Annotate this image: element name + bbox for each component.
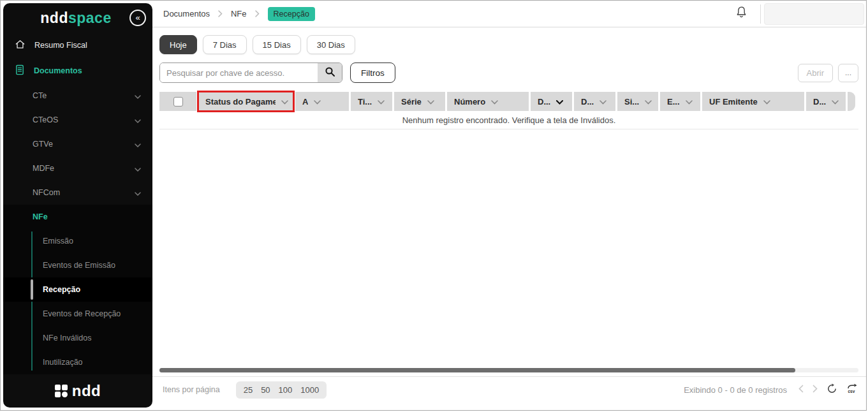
sort-chevron-icon <box>427 96 434 107</box>
search-input[interactable] <box>160 63 318 82</box>
page-size-100[interactable]: 100 <box>279 385 293 395</box>
sidebar-item-label: Emissão <box>43 237 73 246</box>
sort-chevron-icon <box>832 96 839 107</box>
column-label: Ti... <box>358 97 372 107</box>
date-filter-30-dias[interactable]: 30 Dias <box>307 35 355 54</box>
column-label: E... <box>667 97 680 107</box>
sidebar-nav: Resumo Fiscal Documentos CTe CTeOS GTVe <box>3 33 152 374</box>
column-label: Número <box>454 97 485 107</box>
search-row: Filtros Abrir ... <box>159 63 858 83</box>
date-filter-hoje[interactable]: Hoje <box>159 35 197 54</box>
sort-chevron-icon <box>491 96 498 107</box>
page-size-25[interactable]: 25 <box>244 385 253 395</box>
column-situacao[interactable]: Si... <box>617 92 658 111</box>
sidebar-group-label: CTe <box>33 91 47 100</box>
ellipsis-icon: ... <box>845 68 851 77</box>
nddspace-logo: nddspace <box>40 10 111 27</box>
breadcrumb-current-badge: Recepção <box>268 7 315 21</box>
sort-chevron-icon <box>314 96 321 107</box>
column-a[interactable]: A <box>295 92 349 111</box>
sidebar-group-nfcom[interactable]: NFCom <box>3 180 152 205</box>
chevron-down-icon <box>135 187 141 198</box>
sidebar-item-nfe-invalidos[interactable]: NFe Inválidos <box>3 326 152 350</box>
bell-icon <box>735 6 747 22</box>
ndd-logo-text: ndd <box>72 382 101 400</box>
sort-chevron-icon-active <box>556 96 563 107</box>
sidebar-item-inutilizacao[interactable]: Inutilização <box>3 350 152 374</box>
csv-icon-label: csv <box>848 389 855 394</box>
sidebar-item-documentos[interactable]: Documentos <box>3 58 152 84</box>
breadcrumb-item-documentos[interactable]: Documentos <box>163 9 210 18</box>
refresh-button[interactable] <box>827 383 837 396</box>
sort-chevron-icon <box>281 96 288 107</box>
page-size-50[interactable]: 50 <box>261 385 270 395</box>
previous-page-button[interactable] <box>798 385 804 395</box>
column-label: Status do Pagamento <box>205 97 276 107</box>
breadcrumb-item-nfe[interactable]: NFe <box>231 9 247 18</box>
sort-chevron-icon <box>763 96 770 107</box>
sidebar-group-label: NFCom <box>33 188 60 197</box>
sort-chevron-icon <box>600 96 607 107</box>
filters-button[interactable]: Filtros <box>350 63 395 83</box>
user-account-area[interactable] <box>764 3 864 25</box>
chevron-down-icon <box>135 90 141 101</box>
home-icon <box>15 39 26 52</box>
export-csv-button[interactable]: csv <box>846 383 858 396</box>
horizontal-scrollbar-track[interactable] <box>159 368 858 372</box>
notifications-button[interactable] <box>723 6 760 22</box>
sort-chevron-icon <box>686 96 693 107</box>
table-header: Status do Pagamento A Ti... Série <box>159 92 858 111</box>
column-emitente[interactable]: E... <box>660 92 700 111</box>
pager-controls: csv <box>798 383 858 396</box>
column-d3[interactable]: D... <box>806 92 846 111</box>
column-label: D... <box>538 97 550 107</box>
open-button[interactable]: Abrir <box>798 64 833 82</box>
sidebar-item-eventos-de-recepcao[interactable]: Eventos de Recepção <box>3 302 152 326</box>
search-button[interactable] <box>318 63 342 82</box>
sidebar-group-cteos[interactable]: CTeOS <box>3 108 152 132</box>
column-label: A <box>302 97 308 107</box>
date-filter-15-dias[interactable]: 15 Dias <box>253 35 301 54</box>
sidebar-group-mdfe[interactable]: MDFe <box>3 156 152 180</box>
sidebar-group-label: NFe <box>33 212 48 221</box>
active-item-bar <box>31 279 33 300</box>
sidebar-item-resumo-fiscal[interactable]: Resumo Fiscal <box>3 33 152 58</box>
sidebar: nddspace « Resumo Fiscal Documentos CTe <box>3 3 152 408</box>
sort-chevron-icon <box>378 96 385 107</box>
sidebar-item-recepcao[interactable]: Recepção <box>3 277 152 302</box>
sidebar-group-cte[interactable]: CTe <box>3 84 152 108</box>
column-serie[interactable]: Série <box>394 92 445 111</box>
column-label: D... <box>813 97 826 107</box>
column-d2[interactable]: D... <box>574 92 615 111</box>
sidebar-item-label: Inutilização <box>43 358 83 367</box>
sidebar-item-label: Recepção <box>43 285 80 294</box>
page-size-1000[interactable]: 1000 <box>300 385 319 395</box>
select-all-checkbox[interactable] <box>173 97 183 107</box>
items-per-page-label: Itens por página <box>163 385 220 394</box>
date-filter-7-dias[interactable]: 7 Dias <box>203 35 247 54</box>
sidebar-group-nfe-header[interactable]: NFe <box>3 205 152 229</box>
column-uf-emitente[interactable]: UF Emitente <box>702 92 804 111</box>
chevron-down-icon <box>135 163 141 174</box>
page-size-group: 25 50 100 1000 <box>236 381 327 399</box>
more-options-button[interactable]: ... <box>838 64 858 82</box>
column-status-do-pagamento[interactable]: Status do Pagamento <box>198 92 293 111</box>
date-filter-row: Hoje 7 Dias 15 Dias 30 Dias <box>159 35 858 54</box>
chevron-right-icon <box>813 385 818 395</box>
sidebar-item-label: Documentos <box>34 66 82 75</box>
sidebar-item-label: Eventos de Emissão <box>43 261 115 270</box>
column-tipo[interactable]: Ti... <box>351 92 392 111</box>
sidebar-collapse-button[interactable]: « <box>129 10 146 26</box>
sidebar-item-emissao[interactable]: Emissão <box>3 229 152 253</box>
chevron-down-icon <box>135 114 141 126</box>
column-numero[interactable]: Número <box>447 92 529 111</box>
ndd-logo-icon <box>55 385 68 397</box>
chevron-right-icon <box>218 8 223 20</box>
sidebar-item-eventos-de-emissao[interactable]: Eventos de Emissão <box>3 253 152 277</box>
chevron-left-icon <box>798 385 804 395</box>
horizontal-scrollbar-thumb[interactable] <box>159 368 795 372</box>
column-d1[interactable]: D... <box>531 92 572 111</box>
next-page-button[interactable] <box>813 385 818 395</box>
topbar-divider <box>760 4 761 24</box>
sidebar-group-gtve[interactable]: GTVe <box>3 132 152 156</box>
